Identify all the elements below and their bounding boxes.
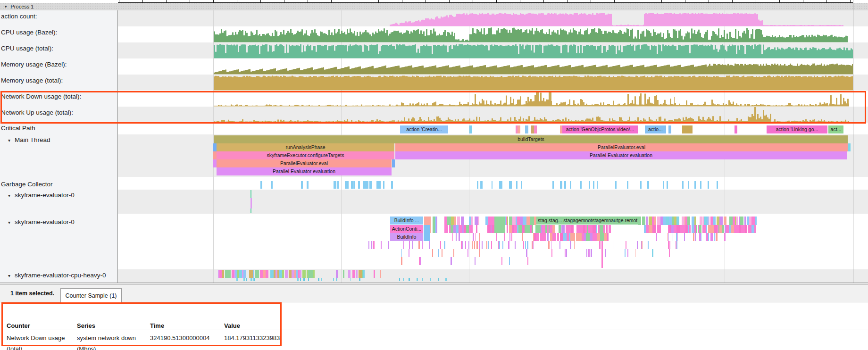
trace-stack-line[interactable] <box>440 241 441 249</box>
trace-span-dense[interactable] <box>537 225 541 233</box>
trace-span-dense[interactable] <box>552 233 556 241</box>
trace-stack-line[interactable] <box>381 241 382 249</box>
gc-tick[interactable] <box>345 181 346 189</box>
collapse-triangle-icon[interactable]: ▾ <box>8 273 10 278</box>
trace-span[interactable]: Parallel Evaluator evaluation <box>395 151 847 159</box>
trace-span-dense[interactable] <box>518 225 522 233</box>
trace-span-dense[interactable] <box>719 217 723 225</box>
trace-stack-line[interactable] <box>297 278 299 281</box>
gc-tick[interactable] <box>589 181 591 189</box>
gc-tick[interactable] <box>597 181 598 189</box>
trace-stack-line[interactable] <box>523 241 524 249</box>
trace-span-dense[interactable] <box>699 225 701 233</box>
trace-stack-line[interactable] <box>300 278 301 281</box>
trace-span-dense[interactable] <box>512 217 516 225</box>
gc-tick[interactable] <box>477 181 478 189</box>
trace-span-dense[interactable] <box>606 225 607 233</box>
trace-stack-line[interactable] <box>693 233 694 241</box>
trace-span-dense[interactable] <box>744 217 746 225</box>
trace-stack-line[interactable] <box>444 241 445 249</box>
trace-stack-line[interactable] <box>432 249 433 257</box>
gc-tick[interactable] <box>334 181 334 189</box>
counter-label[interactable]: Memory usage (total): <box>1 77 63 84</box>
trace-span-dense[interactable] <box>457 217 460 225</box>
trace-stack-line[interactable] <box>373 241 375 249</box>
trace-span-dense[interactable] <box>526 217 530 225</box>
sidebar-item-skyframe-evaluator-0[interactable]: ▾skyframe-evaluator-0 <box>1 218 75 225</box>
trace-stack-line[interactable] <box>509 257 510 265</box>
trace-span-dense[interactable] <box>649 225 652 233</box>
trace-stack-line[interactable] <box>246 278 247 281</box>
gc-tick[interactable] <box>392 181 393 189</box>
trace-span-dense[interactable] <box>509 217 512 225</box>
trace-stack-line[interactable] <box>708 233 709 241</box>
trace-span-sliver[interactable] <box>250 198 252 208</box>
trace-span[interactable]: action 'Creatin... <box>400 125 448 133</box>
gc-tick[interactable] <box>570 181 571 189</box>
trace-span-dense[interactable] <box>471 217 473 225</box>
collapse-triangle-icon[interactable]: ▾ <box>5 4 7 9</box>
trace-span-dense[interactable] <box>694 217 696 225</box>
trace-stack-line[interactable] <box>461 241 462 249</box>
trace-stack-line[interactable] <box>479 241 480 249</box>
gc-tick[interactable] <box>379 181 381 189</box>
trace-stack-line[interactable] <box>714 233 715 241</box>
trace-stack-line[interactable] <box>566 249 567 257</box>
trace-stack-line[interactable] <box>351 278 351 281</box>
trace-stack-line[interactable] <box>625 249 626 257</box>
trace-stack-line[interactable] <box>321 278 322 281</box>
trace-span-sliver[interactable] <box>469 125 472 133</box>
trace-span-sliver[interactable] <box>652 249 653 257</box>
trace-span-dense[interactable] <box>302 270 305 278</box>
counter-label[interactable]: CPU usage (total): <box>1 45 53 52</box>
trace-stack-line[interactable] <box>474 241 475 249</box>
trace-stack-line[interactable] <box>456 233 457 241</box>
trace-span-sliver[interactable] <box>336 270 338 278</box>
trace-stack-line[interactable] <box>451 257 451 265</box>
trace-stack-line[interactable] <box>430 278 431 281</box>
trace-stack-line[interactable] <box>472 241 473 249</box>
trace-stack-line[interactable] <box>570 241 571 249</box>
trace-span-dense[interactable] <box>571 225 574 233</box>
trace-stack-line[interactable] <box>468 241 469 249</box>
gc-tick[interactable] <box>521 181 522 189</box>
trace-stack-line[interactable] <box>501 257 502 265</box>
trace-span-dense[interactable] <box>488 217 492 225</box>
gc-tick[interactable] <box>647 181 649 189</box>
trace-span-dense[interactable] <box>282 270 284 278</box>
counter-label[interactable]: CPU usage (Bazel): <box>1 29 57 36</box>
trace-stack-line[interactable] <box>511 233 512 241</box>
sidebar-item-garbage-collector[interactable]: Garbage Collector <box>1 181 53 188</box>
trace-stack-line[interactable] <box>399 278 400 281</box>
counter-label[interactable]: Memory usage (Bazel): <box>1 61 67 68</box>
gc-tick[interactable] <box>260 181 262 189</box>
trace-span-dense[interactable] <box>466 225 469 233</box>
trace-stack-line[interactable] <box>475 257 476 265</box>
trace-span[interactable]: ParallelEvaluator.eval <box>217 159 392 167</box>
gc-tick[interactable] <box>511 181 512 189</box>
trace-span-sliver[interactable] <box>668 125 671 133</box>
trace-span[interactable]: BuildInfo ... <box>390 217 423 225</box>
gc-tick[interactable] <box>688 181 689 189</box>
trace-stack-line[interactable] <box>525 241 526 249</box>
trace-stack-line[interactable] <box>533 241 534 249</box>
trace-stack-line[interactable] <box>452 233 453 241</box>
trace-stack-line[interactable] <box>412 241 413 249</box>
gc-tick[interactable] <box>480 181 481 189</box>
trace-span-dense[interactable] <box>348 270 351 278</box>
trace-stack-line[interactable] <box>669 249 670 257</box>
trace-stack-line[interactable] <box>418 241 419 249</box>
trace-span-dense[interactable] <box>313 270 315 278</box>
trace-span-sliver[interactable] <box>517 125 520 133</box>
trace-span-dense[interactable] <box>471 225 473 233</box>
trace-stack-line[interactable] <box>479 249 480 257</box>
trace-span-dense[interactable] <box>657 225 661 233</box>
trace-span-sliver[interactable] <box>682 125 693 133</box>
trace-stack-line[interactable] <box>695 233 696 241</box>
trace-stack-line[interactable] <box>333 278 334 281</box>
gc-tick[interactable] <box>501 181 503 189</box>
trace-span[interactable]: buildTargets <box>214 135 848 143</box>
trace-stack-line[interactable] <box>637 241 638 249</box>
trace-stack-line[interactable] <box>476 241 477 249</box>
trace-stack-line[interactable] <box>627 249 629 257</box>
